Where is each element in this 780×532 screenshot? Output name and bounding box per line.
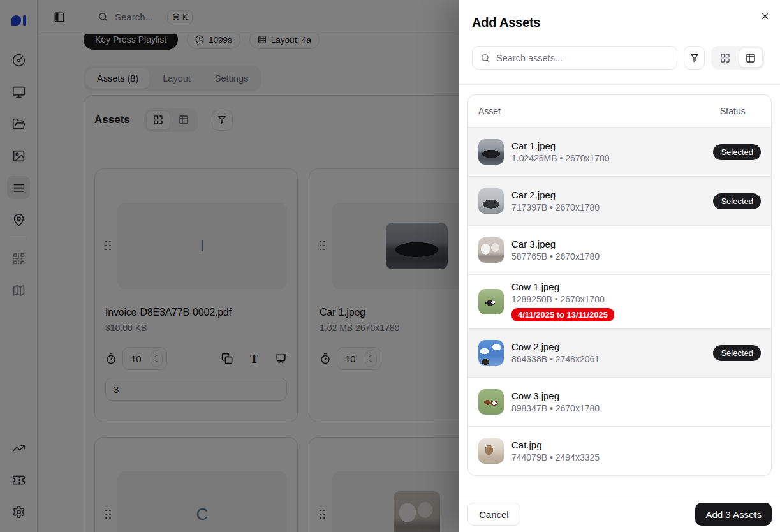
- asset-name: Cow 3.jpeg: [511, 390, 761, 401]
- table-icon: [746, 53, 756, 63]
- asset-meta: 1288250B • 2670x1780: [511, 294, 761, 304]
- asset-name: Cat.jpg: [511, 440, 761, 450]
- asset-row[interactable]: Cow 2.jpeg864338B • 2748x2061Selected: [468, 328, 771, 377]
- drawer-filter-button[interactable]: [684, 46, 705, 70]
- app-screen: Search... ⌘ K Key Press Playlist 1099s L…: [0, 0, 780, 532]
- asset-thumbnail: [478, 438, 504, 464]
- asset-name: Car 1.jpeg: [511, 140, 713, 151]
- status-badge: Selected: [713, 345, 761, 361]
- asset-meta: 717397B • 2670x1780: [511, 202, 713, 212]
- asset-thumbnail: [478, 139, 504, 165]
- asset-meta: 864338B • 2748x2061: [511, 354, 713, 364]
- asset-search-input[interactable]: [496, 53, 669, 63]
- asset-row[interactable]: Cow 3.jpeg898347B • 2670x1780: [468, 377, 771, 426]
- asset-name: Car 3.jpeg: [511, 239, 761, 249]
- asset-name: Car 2.jpeg: [511, 189, 713, 200]
- asset-row[interactable]: Car 2.jpeg717397B • 2670x1780Selected: [468, 176, 771, 225]
- asset-thumbnail: [478, 389, 504, 415]
- status-badge: Selected: [713, 193, 761, 209]
- column-asset: Asset: [478, 106, 720, 116]
- drawer-search-row: [459, 46, 780, 85]
- asset-meta: 1.02426MB • 2670x1780: [511, 153, 713, 163]
- asset-row[interactable]: Car 1.jpeg1.02426MB • 2670x1780Selected: [468, 127, 771, 176]
- drawer-grid-view-button[interactable]: [713, 48, 737, 68]
- cancel-button[interactable]: Cancel: [467, 503, 520, 526]
- asset-thumbnail: [478, 237, 504, 263]
- drawer-footer: Cancel Add 3 Assets: [459, 496, 780, 532]
- asset-thumbnail: [478, 340, 504, 366]
- close-button[interactable]: [758, 9, 772, 23]
- drawer-table-view-button[interactable]: [739, 48, 763, 68]
- asset-name: Cow 2.jpeg: [511, 341, 713, 352]
- add-assets-button[interactable]: Add 3 Assets: [695, 503, 772, 526]
- asset-meta: 898347B • 2670x1780: [511, 403, 761, 413]
- x-icon: [760, 11, 770, 21]
- funnel-icon: [689, 53, 700, 63]
- asset-table-header: Asset Status: [468, 95, 771, 127]
- asset-meta: 744079B • 2494x3325: [511, 452, 761, 462]
- layout-grid-icon: [720, 53, 730, 63]
- drawer-view-toggle: [711, 46, 765, 70]
- asset-meta: 587765B • 2670x1780: [511, 251, 761, 262]
- drawer-title: Add Assets: [459, 0, 780, 30]
- date-range-badge: 4/11/2025 to 13/11/2025: [511, 308, 614, 321]
- search-icon: [480, 53, 490, 63]
- asset-row[interactable]: Car 3.jpeg587765B • 2670x1780: [468, 225, 771, 274]
- status-badge: Selected: [713, 144, 761, 160]
- asset-row[interactable]: Cat.jpg744079B • 2494x3325: [468, 426, 771, 475]
- asset-thumbnail: [478, 188, 504, 214]
- asset-search-field[interactable]: [472, 46, 677, 70]
- asset-row[interactable]: Cow 1.jpeg1288250B • 2670x17804/11/2025 …: [468, 274, 771, 328]
- asset-table: Asset Status Car 1.jpeg1.02426MB • 2670x…: [467, 94, 772, 476]
- asset-thumbnail: [478, 289, 504, 314]
- add-assets-drawer: Add Assets Asset Status Car 1.jpeg1.0242…: [459, 0, 780, 532]
- column-status: Status: [720, 106, 761, 116]
- asset-name: Cow 1.jpeg: [511, 281, 761, 292]
